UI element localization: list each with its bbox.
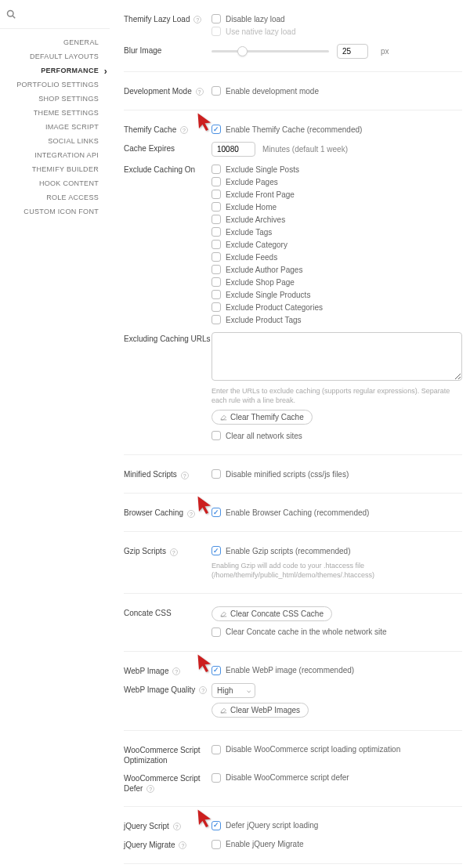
gzip-hint: Enabling Gzip will add code to your .hta…	[212, 562, 462, 580]
checkbox-exclude-single-products[interactable]	[212, 290, 221, 299]
label-jquery: jQuery Script ?	[124, 819, 212, 831]
checkbox-exclude-feeds[interactable]	[212, 252, 221, 262]
svg-point-0	[8, 11, 14, 17]
exclude-urls-hint: Enter the URLs to exclude caching (suppo…	[212, 387, 462, 405]
sidebar-search[interactable]	[0, 6, 110, 29]
eraser-icon	[220, 707, 227, 714]
clear-concate-button[interactable]: Clear Concate CSS Cache	[212, 606, 332, 621]
checkbox-exclude-home[interactable]	[212, 202, 221, 212]
sidebar-item-general[interactable]: GENERAL	[0, 35, 110, 49]
help-icon[interactable]: ?	[187, 510, 195, 518]
label-minified: Minified Scripts ?	[124, 468, 212, 479]
checkbox-exclude-product-tags[interactable]	[212, 315, 221, 324]
checkbox-exclude-category[interactable]	[212, 240, 221, 249]
label-themify-cache: Themify Cache ?	[124, 123, 212, 135]
sidebar-item-portfolio-settings[interactable]: PORTFOLIO SETTINGS	[0, 78, 110, 92]
checkbox-exclude-tags[interactable]	[212, 227, 221, 237]
sidebar-item-performance[interactable]: PERFORMANCE	[0, 63, 110, 78]
checkbox-gzip[interactable]	[212, 546, 221, 555]
settings-main: Themify Lazy Load ? Disable lazy load Us…	[110, 0, 470, 868]
checkbox-webp[interactable]	[212, 666, 221, 675]
checkbox-wc-defer[interactable]	[212, 773, 221, 783]
label-exclude-urls: Excluding Caching URLs	[124, 332, 212, 344]
label-webp: WebP Image ?	[124, 664, 212, 676]
help-icon[interactable]: ?	[146, 785, 154, 793]
svg-line-1	[13, 16, 15, 18]
label-exclude-on: Exclude Caching On	[124, 163, 212, 175]
checkbox-jquery-defer[interactable]	[212, 821, 221, 830]
help-icon[interactable]: ?	[170, 548, 178, 556]
checkbox-exclude-pages[interactable]	[212, 177, 221, 186]
checkbox-wc-opt[interactable]	[212, 745, 221, 754]
checkbox-browser-caching[interactable]	[212, 508, 221, 517]
eraser-icon	[220, 414, 227, 421]
blur-input[interactable]	[337, 44, 368, 59]
checkbox-native-lazy[interactable]	[212, 27, 221, 36]
checkbox-enable-cache[interactable]	[212, 125, 221, 134]
checkbox-exclude-archives[interactable]	[212, 215, 221, 224]
help-icon[interactable]: ?	[172, 667, 180, 675]
clear-webp-button[interactable]: Clear WebP Images	[212, 703, 309, 718]
label-wc-defer: WooCommerce Script Defer ?	[124, 772, 212, 794]
label-jquery-migrate: jQuery Migrate ?	[124, 838, 212, 850]
sidebar-item-default-layouts[interactable]: DEFAULT LAYOUTS	[0, 49, 110, 63]
checkbox-concate-network[interactable]	[212, 627, 221, 637]
exclude-urls-textarea[interactable]	[212, 332, 462, 381]
sidebar-item-themify-builder[interactable]: THEMIFY BUILDER	[0, 162, 110, 176]
settings-sidebar: GENERALDEFAULT LAYOUTSPERFORMANCEPORTFOL…	[0, 0, 110, 868]
checkbox-exclude-product-categories[interactable]	[212, 302, 221, 312]
help-icon[interactable]: ?	[179, 841, 186, 849]
checkbox-exclude-single-posts[interactable]	[212, 165, 221, 174]
label-browser-caching: Browser Caching ?	[124, 506, 212, 518]
checkbox-minified[interactable]	[212, 469, 221, 479]
checkbox-dev-mode[interactable]	[212, 86, 221, 96]
sidebar-item-custom-icon-font[interactable]: CUSTOM ICON FONT	[0, 204, 110, 219]
sidebar-item-hook-content[interactable]: HOOK CONTENT	[0, 176, 110, 190]
checkbox-clear-network[interactable]	[212, 431, 221, 440]
checkbox-exclude-shop-page[interactable]	[212, 277, 221, 287]
blur-slider[interactable]	[212, 50, 329, 52]
label-webp-quality: WebP Image Quality ?	[124, 683, 212, 695]
label-gzip: Gzip Scripts ?	[124, 544, 212, 556]
checkbox-exclude-author-pages[interactable]	[212, 265, 221, 274]
eraser-icon	[220, 610, 227, 617]
sidebar-item-shop-settings[interactable]: SHOP SETTINGS	[0, 92, 110, 106]
label-cache-expires: Cache Expires	[124, 142, 212, 154]
help-icon[interactable]: ?	[181, 472, 189, 479]
cache-expires-input[interactable]	[212, 142, 255, 157]
clear-cache-button[interactable]: Clear Themify Cache	[212, 410, 313, 425]
checkbox-jquery-migrate[interactable]	[212, 840, 221, 849]
sidebar-item-image-script[interactable]: IMAGE SCRIPT	[0, 120, 110, 134]
label-blur: Blur Image	[124, 44, 212, 56]
label-wc-opt: WooCommerce Script Optimization	[124, 743, 212, 765]
webp-quality-select[interactable]: High	[212, 683, 255, 698]
help-icon[interactable]: ?	[193, 16, 201, 24]
sidebar-item-role-access[interactable]: ROLE ACCESS	[0, 190, 110, 204]
search-icon	[6, 9, 16, 19]
help-icon[interactable]: ?	[180, 126, 188, 134]
label-concate: Concate CSS	[124, 606, 212, 618]
checkbox-disable-lazy[interactable]	[212, 14, 221, 24]
checkbox-exclude-front-page[interactable]	[212, 190, 221, 199]
label-lazy-load: Themify Lazy Load ?	[124, 13, 212, 24]
help-icon[interactable]: ?	[199, 686, 207, 694]
help-icon[interactable]: ?	[173, 823, 181, 830]
sidebar-item-social-links[interactable]: SOCIAL LINKS	[0, 134, 110, 148]
label-dev-mode: Development Mode ?	[124, 85, 212, 96]
slider-thumb[interactable]	[237, 46, 248, 56]
sidebar-item-integration-api[interactable]: INTEGRATION API	[0, 148, 110, 162]
help-icon[interactable]: ?	[196, 88, 204, 96]
sidebar-item-theme-settings[interactable]: THEME SETTINGS	[0, 106, 110, 120]
